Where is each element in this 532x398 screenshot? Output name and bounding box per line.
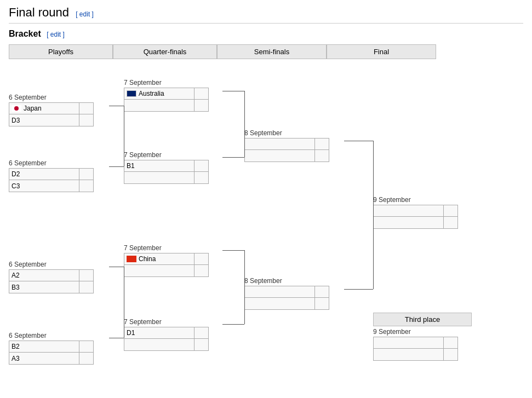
page-title: Final round [ edit ]: [9, 5, 523, 24]
round-headers: Playoffs Quarter-finals Semi-finals Fina…: [9, 44, 523, 59]
sf1-team1: [244, 138, 329, 150]
match-po1: 6 September Japan D3: [9, 94, 94, 126]
po2-team1: D2: [9, 168, 94, 180]
connector-qf1-h: [222, 91, 244, 91]
po4-team2: A3: [9, 353, 94, 365]
po3-team2: B3: [9, 281, 94, 293]
connector-po1-h: [109, 106, 124, 106]
final-header: Final: [327, 44, 436, 59]
connector-qf3-h: [222, 250, 244, 251]
po3-date: 6 September: [9, 261, 94, 268]
sf-header: Semi-finals: [217, 44, 327, 59]
third-team1: [373, 337, 458, 349]
qf1-team2: [124, 100, 209, 112]
connector-qf1qf2-v: [244, 91, 245, 157]
final-date: 9 September: [373, 196, 458, 204]
australia-flag: [127, 90, 136, 97]
china-flag: [127, 256, 136, 262]
match-qf2: 7 September B1: [124, 151, 209, 184]
match-qf3: 7 September China: [124, 244, 209, 277]
playoffs-header: Playoffs: [9, 44, 113, 59]
bracket-area: 6 September Japan D3 6 September D2 C3 6…: [9, 64, 532, 398]
match-sf2: 8 September: [244, 277, 329, 310]
po1-team2-score: [79, 114, 93, 126]
connector-sf2-h: [344, 289, 373, 290]
third-date: 9 September: [373, 328, 458, 336]
bracket-section-title: Bracket [ edit ]: [9, 29, 523, 39]
third-team2: [373, 349, 458, 361]
po1-team1-score: [79, 103, 93, 114]
qf1-team1: Australia: [124, 88, 209, 100]
po2-date: 6 September: [9, 159, 94, 167]
third-place-label: Third place: [373, 313, 472, 326]
connector-sf1-h: [344, 141, 373, 141]
qf2-team1: B1: [124, 160, 209, 172]
qf4-team1: D1: [124, 327, 209, 339]
qf1-date: 7 September: [124, 79, 209, 86]
connector-po3-h: [109, 267, 124, 267]
qf4-date: 7 September: [124, 318, 209, 326]
match-qf1: 7 September Australia: [124, 79, 209, 112]
match-po2: 6 September D2 C3: [9, 159, 94, 192]
po1-date: 6 September: [9, 94, 94, 101]
connector-sf1sf2-v: [373, 141, 374, 289]
qf3-date: 7 September: [124, 244, 209, 252]
po3-team1: A2: [9, 269, 94, 281]
final-team1: [373, 205, 458, 217]
connector-po4-h: [109, 338, 124, 338]
qf3-team1: China: [124, 253, 209, 265]
sf2-team1: [244, 286, 329, 298]
qf4-team2: [124, 339, 209, 351]
connector-qf4-h: [222, 324, 244, 325]
po1-team2: D3: [9, 114, 94, 126]
po4-date: 6 September: [9, 332, 94, 339]
japan-flag: [12, 105, 21, 112]
title-edit-link[interactable]: [ edit ]: [76, 10, 94, 18]
sf1-team2: [244, 150, 329, 162]
connector-qf2-h: [222, 157, 244, 158]
match-third: 9 September: [373, 328, 458, 361]
sf1-date: 8 September: [244, 129, 329, 137]
qf3-team2: [124, 265, 209, 277]
connector-po3po4-v: [124, 267, 124, 338]
connector-qf3qf4-v: [244, 250, 245, 324]
match-qf4: 7 September D1: [124, 318, 209, 351]
connector-po1po2-v: [124, 106, 124, 166]
po1-team1: Japan: [9, 102, 94, 114]
connector-po2-h: [109, 166, 124, 167]
po4-team1: B2: [9, 341, 94, 353]
qf2-date: 7 September: [124, 151, 209, 159]
bracket-edit-link[interactable]: [ edit ]: [47, 31, 65, 38]
third-place-section: Third place: [373, 313, 472, 326]
sf2-team2: [244, 298, 329, 310]
match-final: 9 September: [373, 196, 458, 229]
qf2-team2: [124, 172, 209, 184]
match-sf1: 8 September: [244, 129, 329, 162]
po2-team2: C3: [9, 180, 94, 192]
final-team2: [373, 217, 458, 229]
sf2-date: 8 September: [244, 277, 329, 285]
match-po4: 6 September B2 A3: [9, 332, 94, 365]
qf-header: Quarter-finals: [113, 44, 217, 59]
match-po3: 6 September A2 B3: [9, 261, 94, 293]
